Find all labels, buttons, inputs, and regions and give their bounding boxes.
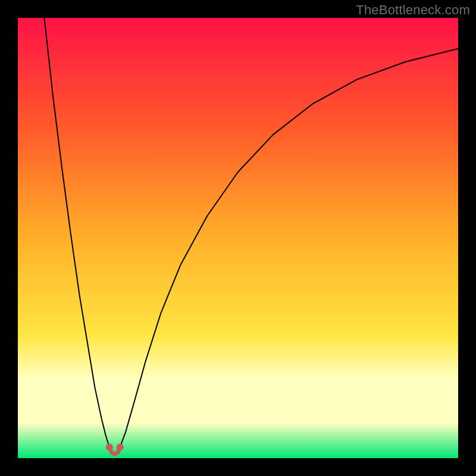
bottleneck-curve-chart	[18, 18, 458, 458]
chart-frame: TheBottleneck.com	[0, 0, 476, 476]
gradient-background	[18, 18, 458, 458]
watermark-text: TheBottleneck.com	[356, 2, 470, 18]
plot-area	[18, 18, 458, 458]
optimum-marker-0	[106, 444, 113, 451]
optimum-marker-1	[117, 444, 124, 451]
